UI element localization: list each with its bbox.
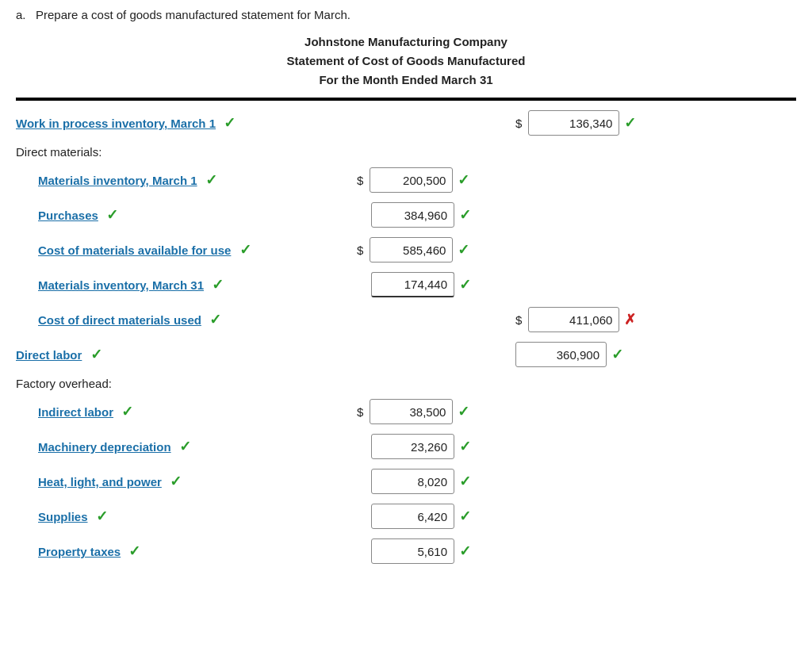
- row-cost-direct-materials: Cost of direct materials used ✓ $ 411,06…: [16, 302, 796, 337]
- label-factory-overhead-header: Factory overhead:: [16, 377, 357, 390]
- row-heat-light-power: Heat, light, and power ✓ 8,020 ✓: [16, 464, 796, 499]
- intro-label: a.: [16, 8, 26, 21]
- mid-cost-materials-available: $ 585,460 ✓: [357, 237, 515, 263]
- mid-materials-march1: $ 200,500 ✓: [357, 167, 515, 193]
- label-materials-march1: Materials inventory, March 1 ✓: [16, 171, 357, 189]
- label-direct-labor: Direct labor ✓: [16, 346, 357, 363]
- statement-body: Work in process inventory, March 1 ✓ $ 1…: [16, 105, 796, 569]
- check-right-wip-march1: ✓: [624, 114, 636, 132]
- label-cost-direct-materials: Cost of direct materials used ✓: [16, 311, 357, 328]
- company-name: Johnstone Manufacturing Company: [16, 33, 796, 52]
- check-label-materials-march31: ✓: [212, 277, 224, 293]
- check-mid-heat-light-power: ✓: [459, 473, 471, 490]
- label-wip-march1: Work in process inventory, March 1 ✓: [16, 114, 357, 132]
- check-mid-materials-march31: ✓: [459, 276, 471, 293]
- row-materials-march31: Materials inventory, March 31 ✓ 174,440 …: [16, 267, 796, 302]
- check-mid-purchases: ✓: [459, 206, 471, 224]
- label-purchases: Purchases ✓: [16, 206, 357, 224]
- value-materials-march31[interactable]: 174,440: [371, 272, 454, 297]
- check-label-direct-labor: ✓: [90, 347, 102, 362]
- row-factory-overhead-header: Factory overhead:: [16, 372, 796, 394]
- value-direct-labor[interactable]: 360,900: [515, 342, 607, 367]
- check-right-cost-direct-materials: ✗: [624, 311, 636, 328]
- check-mid-property-taxes: ✓: [459, 542, 471, 560]
- check-label-materials-march1: ✓: [205, 172, 217, 188]
- statement-title: Statement of Cost of Goods Manufactured: [16, 52, 796, 71]
- check-mid-materials-march1: ✓: [458, 171, 469, 189]
- intro-text: a. Prepare a cost of goods manufactured …: [16, 8, 796, 21]
- header-divider-bottom: [16, 99, 796, 101]
- check-mid-supplies: ✓: [459, 508, 471, 525]
- row-direct-materials-header: Direct materials:: [16, 140, 796, 163]
- mid-purchases: 384,960 ✓: [357, 202, 515, 228]
- value-heat-light-power[interactable]: 8,020: [371, 469, 454, 494]
- label-property-taxes: Property taxes ✓: [16, 542, 357, 560]
- row-materials-march1: Materials inventory, March 1 ✓ $ 200,500…: [16, 163, 796, 197]
- intro-description: Prepare a cost of goods manufactured sta…: [36, 8, 350, 21]
- value-supplies[interactable]: 6,420: [371, 504, 454, 529]
- check-label-heat-light-power: ✓: [170, 473, 182, 489]
- mid-machinery-depreciation: 23,260 ✓: [357, 434, 515, 459]
- value-cost-materials-available[interactable]: 585,460: [370, 237, 453, 263]
- check-mid-machinery-depreciation: ✓: [459, 438, 471, 455]
- mid-indirect-labor: $ 38,500 ✓: [357, 399, 515, 424]
- value-indirect-labor[interactable]: 38,500: [370, 399, 453, 424]
- label-indirect-labor: Indirect labor ✓: [16, 403, 357, 420]
- check-label-machinery-depreciation: ✓: [179, 439, 191, 454]
- value-cost-direct-materials[interactable]: 411,060: [528, 307, 619, 332]
- row-property-taxes: Property taxes ✓ 5,610 ✓: [16, 534, 796, 569]
- row-machinery-depreciation: Machinery depreciation ✓ 23,260 ✓: [16, 429, 796, 464]
- check-wip-march1: ✓: [224, 115, 236, 131]
- check-label-supplies: ✓: [96, 508, 108, 524]
- mid-property-taxes: 5,610 ✓: [357, 538, 515, 564]
- mid-heat-light-power: 8,020 ✓: [357, 469, 515, 494]
- label-supplies: Supplies ✓: [16, 508, 357, 525]
- check-right-direct-labor: ✓: [611, 346, 623, 363]
- row-direct-labor: Direct labor ✓ 360,900 ✓: [16, 337, 796, 372]
- value-materials-march1[interactable]: 200,500: [370, 167, 453, 193]
- check-mid-indirect-labor: ✓: [458, 403, 469, 420]
- check-label-indirect-labor: ✓: [121, 404, 133, 420]
- label-cost-materials-available: Cost of materials available for use ✓: [16, 241, 357, 259]
- check-label-property-taxes: ✓: [128, 543, 140, 559]
- mid-supplies: 6,420 ✓: [357, 504, 515, 529]
- right-wip-march1: $ 136,340 ✓: [515, 110, 674, 136]
- check-label-cost-materials-available: ✓: [239, 242, 251, 258]
- value-purchases[interactable]: 384,960: [371, 202, 454, 228]
- right-cost-direct-materials: $ 411,060 ✗: [515, 307, 674, 332]
- right-direct-labor: 360,900 ✓: [515, 342, 674, 367]
- value-property-taxes[interactable]: 5,610: [371, 538, 454, 564]
- value-wip-march1[interactable]: 136,340: [528, 110, 619, 136]
- label-machinery-depreciation: Machinery depreciation ✓: [16, 438, 357, 455]
- row-wip-march1: Work in process inventory, March 1 ✓ $ 1…: [16, 105, 796, 140]
- row-supplies: Supplies ✓ 6,420 ✓: [16, 499, 796, 534]
- row-purchases: Purchases ✓ 384,960 ✓: [16, 197, 796, 232]
- check-label-purchases: ✓: [106, 207, 118, 223]
- mid-materials-march31: 174,440 ✓: [357, 272, 515, 297]
- statement-period: For the Month Ended March 31: [16, 71, 796, 90]
- value-machinery-depreciation[interactable]: 23,260: [371, 434, 454, 459]
- check-mid-cost-materials-available: ✓: [458, 241, 469, 259]
- row-indirect-labor: Indirect labor ✓ $ 38,500 ✓: [16, 394, 796, 429]
- label-heat-light-power: Heat, light, and power ✓: [16, 473, 357, 490]
- check-label-cost-direct-materials: ✓: [209, 312, 221, 328]
- company-header: Johnstone Manufacturing Company Statemen…: [16, 33, 796, 90]
- label-direct-materials-header: Direct materials:: [16, 145, 357, 159]
- row-cost-materials-available: Cost of materials available for use ✓ $ …: [16, 232, 796, 267]
- label-materials-march31: Materials inventory, March 31 ✓: [16, 276, 357, 293]
